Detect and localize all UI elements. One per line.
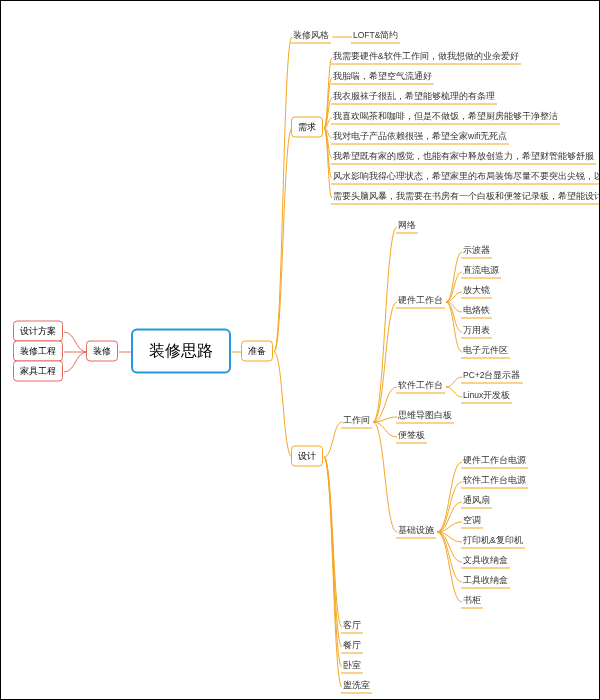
branch-design[interactable]: 设计 <box>291 446 323 467</box>
infra-item-1[interactable]: 软件工作台电源 <box>461 474 528 489</box>
workroom-sticky[interactable]: 便签板 <box>396 429 427 444</box>
need-item-1[interactable]: 我胎喘，希望空气流通好 <box>331 70 434 85</box>
infra-item-3[interactable]: 空调 <box>461 514 483 529</box>
workroom-whiteboard[interactable]: 思维导图白板 <box>396 409 454 424</box>
design-bedroom[interactable]: 卧室 <box>341 659 363 674</box>
infra-item-6[interactable]: 工具收纳盒 <box>461 574 510 589</box>
left-hub[interactable]: 装修 <box>86 341 118 362</box>
infra-item-0[interactable]: 硬件工作台电源 <box>461 454 528 469</box>
hw-item-1[interactable]: 直流电源 <box>461 264 501 279</box>
workroom-software-bench[interactable]: 软件工作台 <box>396 379 445 394</box>
branch-need[interactable]: 需求 <box>291 117 323 138</box>
style-leaf-0[interactable]: LOFT&简约 <box>351 29 400 44</box>
workroom-infrastructure[interactable]: 基础设施 <box>396 524 436 539</box>
root-node[interactable]: 装修思路 <box>131 329 231 374</box>
hw-item-0[interactable]: 示波器 <box>461 244 492 259</box>
left-item-0[interactable]: 设计方案 <box>13 321 63 342</box>
need-item-6[interactable]: 风水影响我得心理状态，希望家里的布局装饰尽量不要突出尖锐，以圆滑为主 <box>331 170 600 185</box>
infra-item-5[interactable]: 文具收纳盒 <box>461 554 510 569</box>
need-item-5[interactable]: 我希望既有家的感觉，也能有家中释放创造力，希望财管能够舒服 <box>331 150 596 165</box>
workroom-hardware-bench[interactable]: 硬件工作台 <box>396 294 445 309</box>
sw-item-1[interactable]: Linux开发板 <box>461 389 512 404</box>
need-item-4[interactable]: 我对电子产品依赖很强，希望全家wifi无死点 <box>331 130 509 145</box>
hw-item-3[interactable]: 电烙铁 <box>461 304 492 319</box>
design-livingroom[interactable]: 客厅 <box>341 619 363 634</box>
need-item-0[interactable]: 我需要硬件&软件工作间，做我想做的业余爱好 <box>331 50 521 65</box>
hw-item-4[interactable]: 万用表 <box>461 324 492 339</box>
design-diningroom[interactable]: 餐厅 <box>341 639 363 654</box>
design-bathroom[interactable]: 盥洗室 <box>341 679 372 694</box>
hw-item-2[interactable]: 放大镜 <box>461 284 492 299</box>
need-item-7[interactable]: 需要头脑风暴，我需要在书房有一个白板和便签记录板，希望能设计到墙面和主格调融入 <box>331 190 600 205</box>
infra-item-7[interactable]: 书柜 <box>461 594 483 609</box>
infra-item-2[interactable]: 通风扇 <box>461 494 492 509</box>
left-item-1[interactable]: 装修工程 <box>13 341 63 362</box>
need-item-2[interactable]: 我衣服袜子很乱，希望能够梳理的有条理 <box>331 90 497 105</box>
sw-item-0[interactable]: PC+2台显示器 <box>461 369 523 384</box>
design-workroom[interactable]: 工作间 <box>341 414 372 429</box>
need-item-3[interactable]: 我喜欢喝茶和咖啡，但是不做饭，希望厨房能够干净整洁 <box>331 110 560 125</box>
workroom-network[interactable]: 网络 <box>396 219 418 234</box>
right-hub[interactable]: 准备 <box>241 341 273 362</box>
branch-style[interactable]: 装修风格 <box>291 29 331 44</box>
infra-item-4[interactable]: 打印机&复印机 <box>461 534 525 549</box>
hw-item-5[interactable]: 电子元件区 <box>461 344 510 359</box>
left-item-2[interactable]: 家具工程 <box>13 361 63 382</box>
